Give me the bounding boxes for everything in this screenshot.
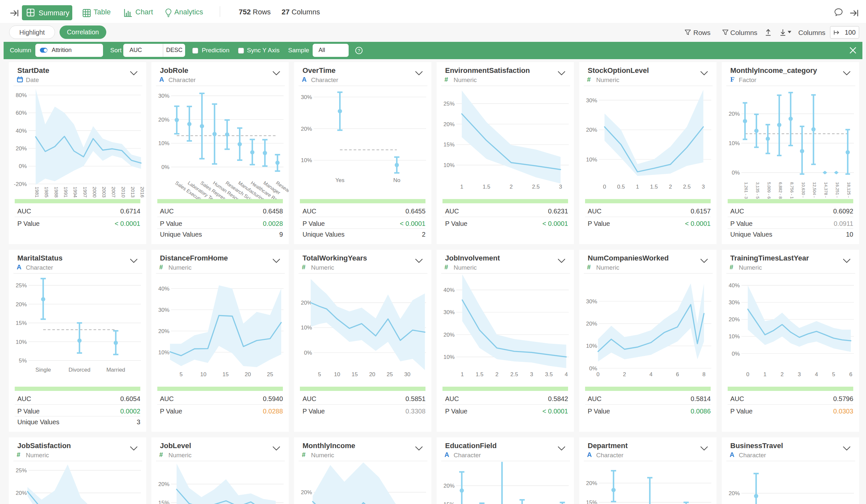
svg-text:3: 3 — [702, 184, 705, 190]
svg-text:1981: 1981 — [34, 187, 40, 198]
svg-text:0: 0 — [597, 371, 599, 378]
svg-text:25%: 25% — [443, 101, 455, 107]
svg-text:6: 6 — [676, 371, 679, 378]
svg-text:2016: 2016 — [140, 187, 145, 198]
svg-text:30%: 30% — [729, 299, 740, 306]
svg-text:0.5: 0.5 — [617, 184, 625, 190]
svg-text:3: 3 — [530, 371, 533, 378]
svg-text:Yes: Yes — [335, 177, 344, 183]
svg-text:20%: 20% — [158, 328, 169, 334]
svg-text:40%: 40% — [443, 287, 455, 293]
svg-text:20%: 20% — [586, 480, 597, 486]
svg-text:2: 2 — [669, 184, 672, 190]
svg-text:8: 8 — [702, 371, 706, 378]
svg-text:3.5: 3.5 — [545, 371, 553, 378]
svg-text:5%: 5% — [19, 358, 27, 364]
svg-text:10%: 10% — [443, 162, 455, 168]
svg-text:20%: 20% — [729, 316, 740, 323]
svg-text:2.5: 2.5 — [683, 184, 691, 190]
svg-text:1.5: 1.5 — [476, 371, 484, 378]
svg-text:Divorced: Divorced — [68, 367, 90, 373]
svg-text:6: 6 — [849, 371, 852, 378]
svg-text:80%: 80% — [16, 92, 27, 98]
svg-text:20%: 20% — [158, 117, 169, 123]
svg-text:No: No — [393, 177, 400, 183]
svg-text:25%: 25% — [16, 282, 27, 289]
svg-text:0%: 0% — [732, 170, 740, 176]
svg-text:30%: 30% — [301, 94, 312, 100]
svg-text:30%: 30% — [586, 98, 597, 104]
svg-text:1: 1 — [636, 184, 639, 190]
svg-text:2000: 2000 — [92, 187, 98, 198]
svg-text:5: 5 — [179, 371, 182, 378]
svg-text:60%: 60% — [16, 110, 27, 116]
svg-text:30%: 30% — [158, 307, 169, 313]
svg-text:10%: 10% — [443, 354, 455, 360]
svg-text:20%: 20% — [301, 126, 312, 132]
svg-text:15%: 15% — [586, 500, 597, 504]
svg-text:30: 30 — [404, 371, 410, 378]
svg-text:40%: 40% — [16, 128, 27, 134]
svg-text:0%: 0% — [19, 163, 27, 169]
svg-text:18,125 - 19,999: 18,125 - 19,999 — [846, 182, 851, 199]
svg-text:10%: 10% — [729, 333, 740, 339]
svg-text:5: 5 — [832, 371, 835, 378]
svg-text:1.5: 1.5 — [483, 184, 490, 190]
svg-text:1: 1 — [461, 371, 464, 378]
svg-text:20%: 20% — [586, 321, 597, 327]
svg-text:4: 4 — [815, 371, 818, 378]
svg-text:10%: 10% — [586, 157, 597, 163]
svg-text:Married: Married — [106, 367, 125, 373]
svg-text:10%: 10% — [301, 325, 312, 331]
svg-text:2.5: 2.5 — [532, 184, 540, 190]
svg-text:15%: 15% — [443, 142, 455, 148]
svg-text:1994: 1994 — [73, 187, 78, 198]
svg-text:20%: 20% — [729, 490, 740, 496]
svg-text:1: 1 — [763, 371, 766, 378]
svg-text:30%: 30% — [158, 93, 169, 99]
svg-text:3: 3 — [559, 184, 562, 190]
svg-text:25%: 25% — [16, 467, 27, 474]
svg-text:25: 25 — [267, 371, 273, 378]
svg-text:10: 10 — [334, 371, 340, 378]
svg-text:10: 10 — [200, 371, 206, 378]
svg-text:20%: 20% — [16, 490, 27, 496]
svg-text:20%: 20% — [729, 111, 740, 117]
svg-text:0%: 0% — [304, 350, 312, 356]
svg-text:15%: 15% — [16, 320, 27, 326]
svg-text:20: 20 — [245, 371, 251, 378]
svg-text:15: 15 — [222, 371, 229, 378]
svg-text:0: 0 — [746, 371, 749, 378]
svg-text:25: 25 — [387, 371, 393, 378]
svg-text:8,756 - 10,629: 8,756 - 10,629 — [789, 182, 795, 199]
svg-text:1991: 1991 — [63, 187, 69, 198]
svg-text:30%: 30% — [443, 309, 455, 315]
svg-text:2007: 2007 — [111, 187, 116, 198]
svg-text:2: 2 — [496, 371, 498, 378]
svg-text:5,009 - 6,881: 5,009 - 6,881 — [767, 182, 771, 199]
svg-text:2013: 2013 — [130, 187, 136, 198]
svg-text:10,630 - 12,503: 10,630 - 12,503 — [801, 182, 806, 199]
svg-text:2: 2 — [510, 184, 512, 190]
svg-text:30%: 30% — [586, 299, 597, 305]
svg-text:1988: 1988 — [54, 187, 59, 198]
svg-text:0%: 0% — [589, 366, 597, 372]
svg-text:16,251 - 18,124: 16,251 - 18,124 — [835, 182, 840, 199]
svg-text:?: ? — [358, 48, 360, 53]
svg-text:15%: 15% — [158, 500, 169, 504]
svg-text:20%: 20% — [443, 121, 455, 127]
svg-text:2: 2 — [781, 371, 784, 378]
svg-text:20%: 20% — [301, 489, 312, 495]
svg-text:2: 2 — [623, 371, 626, 378]
svg-text:1: 1 — [460, 184, 463, 190]
svg-text:20: 20 — [369, 371, 376, 378]
svg-text:20%: 20% — [16, 301, 27, 307]
svg-text:15%: 15% — [443, 501, 455, 504]
svg-text:3: 3 — [798, 371, 801, 378]
svg-text:10%: 10% — [301, 157, 312, 164]
svg-text:1997: 1997 — [82, 187, 88, 198]
svg-text:40%: 40% — [158, 285, 169, 292]
svg-text:20%: 20% — [16, 145, 27, 152]
svg-text:10%: 10% — [158, 349, 169, 356]
svg-text:4: 4 — [650, 371, 653, 378]
